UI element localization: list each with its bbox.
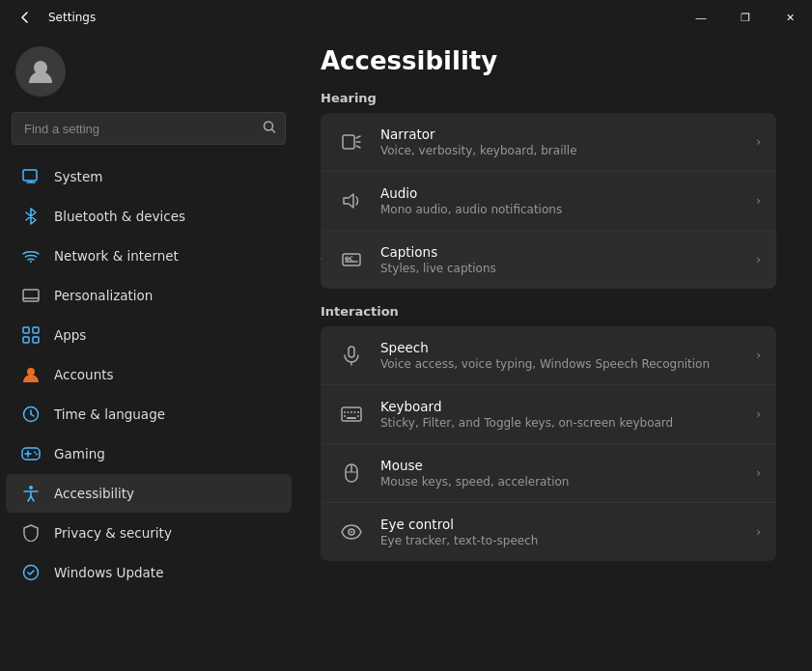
- svg-rect-3: [23, 170, 37, 181]
- sidebar-item-accounts[interactable]: Accounts: [6, 355, 292, 394]
- search-box: [12, 112, 286, 145]
- audio-text: Audio Mono audio, audio notifications: [380, 185, 742, 216]
- nav-list: System Bluetooth & devices: [0, 153, 297, 671]
- settings-item-mouse[interactable]: Mouse Mouse keys, speed, acceleration ›: [321, 444, 776, 503]
- captions-title: Captions: [380, 244, 742, 260]
- accessibility-icon: [21, 484, 41, 503]
- audio-subtitle: Mono audio, audio notifications: [380, 203, 742, 216]
- app-title: Settings: [48, 11, 96, 24]
- sidebar-item-label-apps: Apps: [54, 327, 86, 343]
- network-icon: [21, 246, 41, 266]
- svg-rect-9: [23, 327, 29, 333]
- sidebar-item-gaming[interactable]: Gaming: [6, 434, 292, 473]
- mouse-subtitle: Mouse keys, speed, acceleration: [380, 475, 742, 489]
- time-icon: [21, 405, 41, 424]
- audio-chevron: ›: [756, 194, 761, 208]
- mouse-icon: [336, 458, 367, 489]
- sidebar-profile: [0, 35, 297, 112]
- svg-point-53: [350, 531, 352, 533]
- hearing-section: Hearing Narrator: [321, 91, 776, 289]
- eye-control-chevron: ›: [756, 525, 761, 539]
- settings-item-speech[interactable]: Speech Voice access, voice typing, Windo…: [321, 326, 776, 385]
- svg-point-22: [29, 486, 33, 489]
- svg-point-20: [34, 452, 36, 454]
- keyboard-title: Keyboard: [380, 399, 742, 414]
- sidebar-item-privacy[interactable]: Privacy & security: [6, 514, 292, 552]
- captions-subtitle: Styles, live captions: [380, 262, 742, 275]
- gaming-icon: [21, 444, 41, 463]
- interaction-section-label: Interaction: [321, 304, 776, 319]
- svg-line-29: [356, 136, 360, 138]
- svg-rect-12: [33, 337, 39, 343]
- sidebar-item-label-windows-update: Windows Update: [54, 565, 163, 580]
- sidebar-item-label-network: Network & internet: [54, 248, 179, 264]
- sidebar: System Bluetooth & devices: [0, 35, 297, 671]
- windows-update-icon: [21, 563, 41, 582]
- titlebar-left: Settings: [12, 4, 96, 31]
- settings-item-keyboard[interactable]: Keyboard Sticky, Filter, and Toggle keys…: [321, 385, 776, 444]
- interaction-card: Speech Voice access, voice typing, Windo…: [321, 326, 776, 561]
- sidebar-item-windows-update[interactable]: Windows Update: [6, 553, 292, 592]
- search-icon: [263, 121, 276, 137]
- sidebar-item-bluetooth[interactable]: Bluetooth & devices: [6, 197, 292, 236]
- narrator-text: Narrator Voice, verbosity, keyboard, bra…: [380, 126, 742, 157]
- svg-rect-7: [23, 290, 39, 301]
- settings-item-eye-control[interactable]: Eye control Eye tracker, text-to-speech …: [321, 503, 776, 561]
- sidebar-item-personalization[interactable]: Personalization: [6, 276, 292, 315]
- svg-rect-10: [33, 327, 39, 333]
- sidebar-item-system[interactable]: System: [6, 157, 292, 196]
- sidebar-item-apps[interactable]: Apps: [6, 316, 292, 354]
- minimize-button[interactable]: —: [679, 0, 723, 35]
- back-button[interactable]: [12, 4, 39, 31]
- sidebar-item-time[interactable]: Time & language: [6, 395, 292, 433]
- narrator-title: Narrator: [380, 126, 742, 142]
- settings-item-narrator[interactable]: Narrator Voice, verbosity, keyboard, bra…: [321, 113, 776, 172]
- speech-chevron: ›: [756, 349, 761, 362]
- content-area: Accessibility Hearing: [297, 35, 812, 671]
- eye-control-subtitle: Eye tracker, text-to-speech: [380, 534, 742, 547]
- keyboard-subtitle: Sticky, Filter, and Toggle keys, on-scre…: [380, 416, 742, 430]
- sidebar-item-accessibility[interactable]: Accessibility: [6, 474, 292, 513]
- app-body: System Bluetooth & devices: [0, 35, 812, 671]
- svg-line-25: [28, 496, 31, 501]
- system-icon: [21, 167, 41, 186]
- svg-line-31: [356, 146, 360, 148]
- audio-icon: [336, 185, 367, 216]
- sidebar-item-label-accessibility: Accessibility: [54, 486, 134, 501]
- keyboard-icon: [336, 399, 367, 430]
- svg-point-21: [36, 454, 38, 456]
- svg-line-16: [31, 414, 34, 416]
- svg-line-26: [31, 496, 34, 501]
- captions-chevron: ›: [756, 253, 761, 266]
- titlebar: Settings — ❐ ✕: [0, 0, 812, 35]
- sidebar-item-label-accounts: Accounts: [54, 367, 114, 382]
- narrator-chevron: ›: [756, 135, 761, 149]
- eye-control-text: Eye control Eye tracker, text-to-speech: [380, 517, 742, 547]
- svg-text:CC: CC: [345, 255, 353, 262]
- settings-item-captions[interactable]: CC Captions Styles, live captions ›: [321, 231, 776, 289]
- close-button[interactable]: ✕: [768, 0, 812, 35]
- interaction-section: Interaction Speech: [321, 304, 776, 561]
- keyboard-text: Keyboard Sticky, Filter, and Toggle keys…: [380, 399, 742, 430]
- svg-rect-11: [23, 337, 29, 343]
- settings-item-audio[interactable]: Audio Mono audio, audio notifications ›: [321, 172, 776, 231]
- speech-text: Speech Voice access, voice typing, Windo…: [380, 340, 742, 371]
- sidebar-item-label-privacy: Privacy & security: [54, 525, 172, 541]
- accounts-icon: [21, 365, 41, 384]
- sidebar-item-label-personalization: Personalization: [54, 288, 153, 303]
- sidebar-item-network[interactable]: Network & internet: [6, 237, 292, 275]
- maximize-button[interactable]: ❐: [723, 0, 768, 35]
- privacy-icon: [21, 523, 41, 543]
- keyboard-chevron: ›: [756, 407, 761, 421]
- captions-text: Captions Styles, live captions: [380, 244, 742, 275]
- sidebar-item-label-time: Time & language: [54, 406, 165, 422]
- speech-icon: [336, 340, 367, 371]
- search-input[interactable]: [12, 112, 286, 145]
- mouse-title: Mouse: [380, 458, 742, 473]
- svg-point-1: [265, 122, 273, 130]
- narrator-subtitle: Voice, verbosity, keyboard, braille: [380, 144, 742, 157]
- svg-marker-32: [344, 194, 353, 208]
- svg-rect-38: [349, 347, 354, 357]
- window-controls: — ❐ ✕: [679, 0, 812, 35]
- svg-rect-28: [343, 135, 354, 149]
